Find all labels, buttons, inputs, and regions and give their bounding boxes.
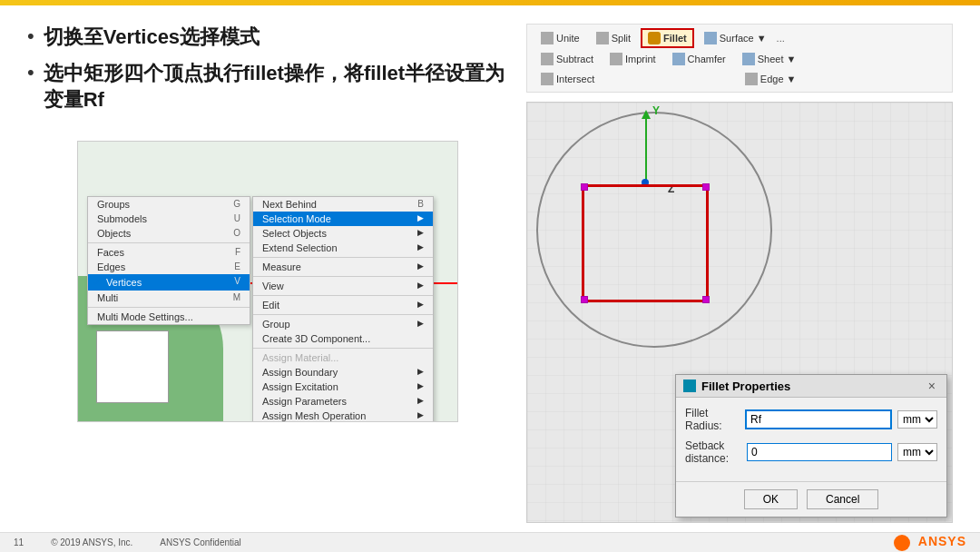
ctx-selection-mode[interactable]: Selection Mode [253,212,433,226]
ctx-group[interactable]: Group [253,317,433,331]
3d-viewport[interactable]: Y Z Fillet Properties × [526,102,953,523]
subtract-icon [541,53,554,65]
split-button[interactable]: Split [590,29,637,47]
ctx-group-label: Group [262,319,290,330]
ctx-submodels-key: U [234,213,240,224]
toolbar-row-3: Intersect Edge ▼ [534,70,802,88]
dialog-title-bar: Fillet Properties × [676,375,946,398]
intersect-button[interactable]: Intersect [534,70,601,88]
toolbar-row-1: Unite Split Fillet Surface ▼ [534,28,802,48]
ctx-edges-label: Edges [97,261,125,272]
ctx-extend-selection-label: Extend Selection [262,242,338,253]
sheet-label: Sheet [758,54,784,64]
bullet-item-2: • 选中矩形四个顶点执行fillet操作，将fillet半径设置为变量Rf [27,60,508,113]
unite-button[interactable]: Unite [534,29,586,47]
surface-icon [704,32,717,44]
left-panel: • 切换至Vertices选择模式 • 选中矩形四个顶点执行fillet操作，将… [27,24,508,523]
ctx-groups-label: Groups [97,199,130,210]
edge-arrow-icon: ▼ [787,74,797,84]
ctx-vertices-key: V [234,276,240,289]
main-content: • 切换至Vertices选择模式 • 选中矩形四个顶点执行fillet操作，将… [0,5,980,532]
dialog-title-text: Fillet Properties [701,380,925,393]
fillet-button[interactable]: Fillet [641,28,694,48]
ctx-sep-r2 [253,276,433,277]
chamfer-icon [672,53,685,65]
ctx-assign-excitation[interactable]: Assign Excitation [253,380,433,394]
chamfer-button[interactable]: Chamfer [666,50,732,68]
ctx-groups-key: G [233,199,240,210]
toolbar-row-2: Subtract Imprint Chamfer Sheet ▼ [534,50,802,68]
ctx-sep-r5 [253,348,433,349]
handle-bottom-left[interactable] [581,296,588,303]
handle-top-right[interactable] [702,183,710,191]
ctx-objects[interactable]: Objects O [88,226,250,241]
ctx-faces[interactable]: Faces F [88,245,250,260]
ctx-sep-1 [88,242,250,243]
ctx-sep-r3 [253,295,433,296]
ctx-selection-mode-label: Selection Mode [262,213,331,224]
ctx-next-behind[interactable]: Next Behind B [253,197,433,212]
ctx-groups[interactable]: Groups G [88,197,250,212]
ctx-assign-material: Assign Material... [253,350,433,365]
ctx-multi-mode[interactable]: Multi Mode Settings... [88,310,250,324]
setback-unit-select[interactable]: mm cm m [897,443,937,461]
ctx-assign-parameters-label: Assign Parameters [262,396,347,407]
selected-rectangle [582,184,709,302]
bullet-text-2: 选中矩形四个顶点执行fillet操作，将fillet半径设置为变量Rf [44,60,508,113]
dialog-ok-button[interactable]: OK [744,489,798,509]
toolbar-boolean-section: Unite Split Fillet Surface ▼ [534,28,802,88]
ctx-faces-label: Faces [97,247,124,258]
handle-bottom-right[interactable] [702,296,710,303]
white-rectangle [96,330,169,403]
ctx-assign-boundary[interactable]: Assign Boundary [253,365,433,380]
surface-label: Surface [720,33,754,44]
ansys-logo-text: ANSYS [918,534,966,548]
imprint-button[interactable]: Imprint [603,50,662,68]
setback-input[interactable] [747,443,892,461]
ctx-create-3d[interactable]: Create 3D Component... [253,331,433,346]
ctx-next-behind-key: B [417,199,424,210]
ctx-assign-excitation-label: Assign Excitation [262,381,338,392]
sheet-arrow-icon: ▼ [787,54,797,64]
confidential-text: ANSYS Confidential [160,537,241,547]
ctx-multi[interactable]: Multi M [88,291,250,305]
ctx-submodels[interactable]: Submodels U [88,212,250,226]
subtract-button[interactable]: Subtract [534,50,600,68]
bullet-dot-1: • [27,24,34,50]
edge-button[interactable]: Edge ▼ [739,70,803,88]
subtract-label: Subtract [556,54,593,64]
ctx-multi-mode-label: Multi Mode Settings... [97,311,193,322]
ctx-edges[interactable]: Edges E [88,260,250,274]
fillet-radius-input[interactable] [745,409,892,429]
handle-top-left[interactable] [581,183,588,191]
intersect-icon [541,73,554,85]
ctx-vertices[interactable]: ✓ Vertices V [88,274,250,291]
dialog-close-button[interactable]: × [925,379,939,393]
dialog-cancel-button[interactable]: Cancel [807,489,878,509]
ctx-edges-key: E [234,261,240,272]
fillet-radius-unit-select[interactable]: mm cm m [897,410,937,429]
ctx-view[interactable]: View [253,279,433,293]
bullet-dot-2: • [27,60,34,86]
right-panel: Unite Split Fillet Surface ▼ [526,24,953,523]
toolbar: Unite Split Fillet Surface ▼ [526,24,953,93]
ctx-objects-label: Objects [97,228,131,239]
ctx-select-objects-label: Select Objects [262,228,327,239]
surface-button[interactable]: Surface ▼ [698,29,773,47]
fillet-radius-label: Fillet Radius: [685,407,740,432]
ctx-extend-selection[interactable]: Extend Selection [253,241,433,255]
dialog-fillet-radius-row: Fillet Radius: mm cm m [685,407,937,432]
fillet-properties-dialog: Fillet Properties × Fillet Radius: mm cm… [675,374,947,518]
ctx-edit[interactable]: Edit [253,298,433,312]
intersect-label: Intersect [556,74,594,84]
ctx-measure[interactable]: Measure [253,260,433,274]
toolbar-more-label: ... [777,33,785,44]
ctx-sep-2 [88,307,250,308]
sheet-button[interactable]: Sheet ▼ [736,50,803,68]
surface-arrow-icon: ▼ [757,33,767,44]
ctx-select-objects[interactable]: Select Objects [253,226,433,241]
ctx-assign-parameters[interactable]: Assign Parameters [253,394,433,409]
chamfer-label: Chamfer [688,54,726,64]
bullet-item-1: • 切换至Vertices选择模式 [27,24,508,51]
ctx-assign-mesh[interactable]: Assign Mesh Operation [253,409,433,422]
